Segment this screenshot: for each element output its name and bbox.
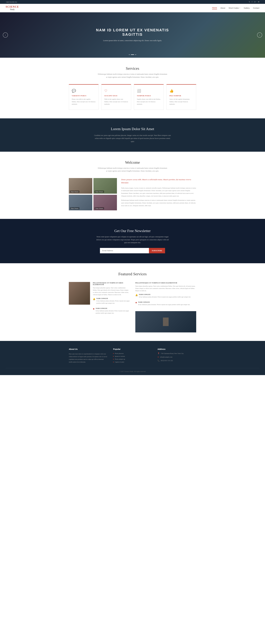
featured-sub-icon-1-2: ✱: [93, 308, 95, 310]
featured-sub-title-2-1: NAM CONGUE: [139, 294, 191, 295]
footer: About Us Duis aute irure dolor in repreh…: [0, 341, 265, 375]
welcome-image-3: Nam Ornare: [69, 195, 92, 210]
nav-home[interactable]: Home: [212, 7, 217, 9]
newsletter-subscribe-button[interactable]: SUBSCRIBE: [149, 248, 165, 253]
featured-item-2: PELLENTESQUE UT TURPIS ET EROS ELEMENTUM…: [135, 282, 196, 332]
hero-next-button[interactable]: ›: [257, 32, 262, 38]
welcome-image-label-4: Nam Ornare: [95, 207, 104, 210]
service-icon-4: 👍: [169, 89, 193, 93]
welcome-section: Welcome Pellentesque habitant morbi tris…: [0, 152, 265, 219]
footer-about-text: Duis aute irure dolor in reprehenderit i…: [69, 352, 107, 363]
dark-banner-title: Lorem Ipsum Dolor Sit Amet: [6, 127, 259, 131]
featured-sub-content-2-1: NAM CONGUE In hac habitasse platea dictu…: [139, 294, 191, 300]
dark-banner: Lorem Ipsum Dolor Sit Amet Curabitur nec…: [0, 118, 265, 152]
service-card-3: ⬜ TEMPOR PURUS Sagittis donec non nibh i…: [134, 84, 164, 110]
featured-content-1: PELLENTESQUE UT TURPIS ET EROS ELEMENTUM…: [93, 282, 130, 318]
googleplus-link[interactable]: G+: [254, 1, 256, 3]
featured-text-2: Nam tempor phasellus egestas. Nam varius…: [135, 285, 196, 292]
dark-banner-text: Curabitur nec purus eget urna pulvinar p…: [93, 134, 172, 143]
welcome-text: Donec posuere cursus nibh. Mauris a soll…: [121, 178, 196, 210]
featured-sub-icon-2-2: ✱: [135, 302, 137, 304]
welcome-body-2: Pellentesque habitant morbi tristique se…: [121, 199, 196, 207]
footer-address-phone: 📞 (012) 0111 111 222: [158, 360, 196, 362]
service-text-3: Sagittis donec non nibh in dui finibus. …: [137, 98, 161, 106]
service-title-4: PRA TEMPOR: [169, 95, 193, 96]
featured-sub-1-2: ✱ NAM CONGUE In hac habitasse platea dic…: [93, 308, 130, 316]
phone-number: +040 354 658 252: [6, 1, 17, 3]
featured-sub-2-1: 🔔 NAM CONGUE In hac habitasse platea dic…: [135, 294, 196, 300]
hero-dot-2[interactable]: [131, 54, 134, 55]
main-nav: Home About Short Codes Gallery Contact: [212, 7, 259, 9]
welcome-highlight: Donec posuere cursus nibh. Mauris a soll…: [121, 178, 196, 184]
logo: SCIENCE Study: [6, 6, 19, 10]
featured-sub-text-1-2: In hac habitasse platea dictumst. Proin …: [96, 310, 130, 314]
footer-address: Address 📍 718 Clairmont Road, New York C…: [158, 348, 196, 364]
services-grid: 💬 VARSENT PURUS Donec non nibh in dui sa…: [69, 84, 196, 110]
featured-sub-text-1-1: In hac habitasse platea dictumst. Proin …: [96, 300, 130, 304]
phone-icon: 📞: [158, 360, 160, 362]
footer-popular: Popular Proin placerat Ipsum et rutrum P…: [113, 348, 152, 364]
nav-contact[interactable]: Contact: [253, 7, 259, 9]
service-title-2: SUSCIPIT DUIS: [104, 95, 128, 96]
hero-content: NAM ID LOREM UT EX VENENATIS SAGITTIS Lo…: [90, 28, 175, 42]
footer-address-email-value: info@example.com: [160, 356, 172, 358]
twitter-link[interactable]: 𝕏: [249, 1, 250, 3]
featured-sub-title-1-2: NAM CONGUE: [96, 308, 130, 309]
footer-about: About Us Duis aute irure dolor in repreh…: [69, 348, 107, 364]
footer-address-street: 718 Clairmont Road, New York City: [161, 352, 184, 354]
nav-short-codes[interactable]: Short Codes: [229, 7, 240, 9]
welcome-image-grid: Nam Ornare Nam Ornare Nam Ornare Nam Orn…: [69, 178, 117, 210]
featured-title: Featured Services: [6, 272, 259, 276]
logo-study: Study: [6, 8, 19, 10]
service-card-2: ♡ SUSCIPIT DUIS Nibh in dui sagittis don…: [101, 84, 131, 110]
newsletter-text: Nemo enim ipsam voluptatem quia voluptas…: [96, 235, 169, 244]
welcome-image-label-2: Nam Ornare: [95, 190, 104, 193]
footer-popular-item-3[interactable]: Proin semper up: [113, 358, 152, 360]
services-section: Services Pellentesque habitant morbi tri…: [0, 58, 265, 118]
email-link[interactable]: ✉: [258, 1, 259, 3]
featured-sub-title-2-2: NAM CONGUE: [138, 301, 190, 303]
facebook-link[interactable]: f: [252, 1, 253, 3]
hero-title: NAM ID LOREM UT EX VENENATIS SAGITTIS: [93, 28, 172, 37]
welcome-subtitle: Pellentesque habitant morbi tristique se…: [97, 167, 168, 172]
footer-address-phone-value: (012) 0111 111 222: [161, 360, 173, 361]
featured-sub-title-1-1: NAM CONGUE: [96, 298, 130, 299]
hero-dot-1[interactable]: [129, 54, 130, 55]
service-text-2: Nibh in dui sagittis donec non finibus. …: [104, 98, 128, 106]
hero-text: Lorem ipsum dolor sit amet, consectetur …: [93, 39, 172, 42]
hero-dot-3[interactable]: [135, 54, 136, 55]
featured-content-2-top: PELLENTESQUE UT TURPIS ET EROS ELEMENTUM…: [135, 282, 196, 309]
featured-sub-icon-1-1: 🔔: [93, 298, 95, 300]
footer-address-email: ✉ info@example.com: [158, 356, 196, 358]
email-icon: ✉: [158, 356, 159, 358]
nav-gallery[interactable]: Gallery: [244, 7, 250, 9]
service-title-1: VARSENT PURUS: [72, 95, 96, 96]
footer-address-location: 📍 718 Clairmont Road, New York City: [158, 352, 196, 355]
top-bar: +040 354 658 252 𝕏 f G+ ✉: [0, 0, 265, 4]
featured-heading-2: PELLENTESQUE UT TURPIS ET EROS ELEMENTUM: [135, 282, 196, 284]
footer-popular-list: Proin placerat Ipsum et rutrum Proin sem…: [113, 352, 152, 363]
logo-science: SCIENCE: [6, 6, 19, 8]
welcome-body-1: Nulla massa magna. Luctus et justo et, e…: [121, 187, 196, 197]
hero-dots: [129, 54, 136, 55]
welcome-title: Welcome: [6, 160, 259, 165]
featured-services-section: Featured Services PELLENTESQUE UT TURPIS…: [0, 263, 265, 341]
footer-popular-item-1[interactable]: Proin placerat: [113, 352, 152, 354]
service-icon-1: 💬: [72, 89, 96, 93]
footer-popular-item-2[interactable]: Ipsum et rutrum: [113, 356, 152, 357]
featured-text-1: Nam tempor phasellus egestas. Nam varius…: [93, 287, 130, 296]
featured-sub-content-1-1: NAM CONGUE In hac habitasse platea dictu…: [96, 298, 130, 306]
service-card-4: 👍 PRA TEMPOR Auris vel dui sagittis ferm…: [167, 84, 196, 110]
footer-address-heading: Address: [158, 348, 196, 350]
hero-slider: ‹ NAM ID LOREM UT EX VENENATIS SAGITTIS …: [0, 12, 265, 58]
welcome-image-4: Nam Ornare: [93, 195, 117, 210]
services-subtitle: Pellentesque habitant morbi tristique se…: [97, 73, 168, 78]
featured-sub-text-2-1: In hac habitasse platea dictumst. Proin …: [139, 296, 191, 298]
footer-popular-item-4[interactable]: Ligula sit amet: [113, 361, 152, 363]
nav-about[interactable]: About: [220, 7, 225, 9]
newsletter-email-input[interactable]: [100, 248, 149, 253]
featured-image-1: [69, 282, 90, 305]
hero-prev-button[interactable]: ‹: [3, 32, 8, 38]
location-icon: 📍: [158, 352, 160, 355]
featured-item-1: PELLENTESQUE UT TURPIS ET EROS ELEMENTUM…: [69, 282, 130, 332]
